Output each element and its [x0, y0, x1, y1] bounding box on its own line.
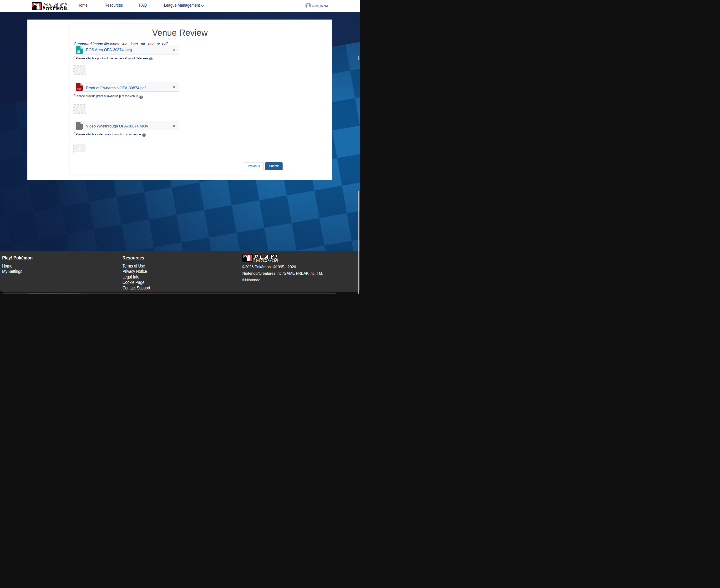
svg-text:TM: TM [67, 9, 68, 10]
svg-text:POKÉMON: POKÉMON [253, 258, 278, 262]
svg-text:PDF: PDF [77, 87, 82, 90]
svg-text:POKÉMON: POKÉMON [42, 6, 67, 10]
